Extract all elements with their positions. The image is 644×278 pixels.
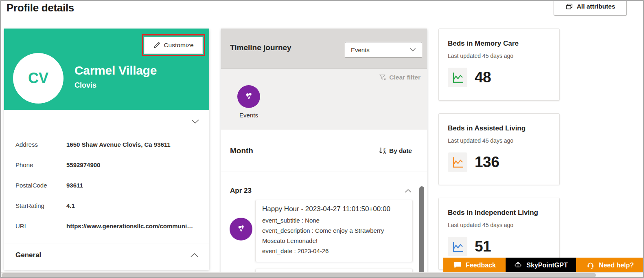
avatar-initials: CV bbox=[28, 70, 48, 87]
page-title: Profile details bbox=[7, 2, 74, 14]
all-attributes-button[interactable]: All attributes bbox=[554, 0, 627, 15]
timeline-header: Timeline journey Events bbox=[221, 29, 427, 68]
avatar: CV bbox=[13, 53, 64, 104]
need-help-button[interactable]: Need help? bbox=[576, 258, 644, 273]
line-chart-icon bbox=[448, 152, 467, 172]
field-row-address: Address 1650 Shaw Avenue Clovis, Ca 9361… bbox=[15, 141, 198, 148]
timeline-journey-card: Timeline journey Events Clear filter bbox=[221, 29, 427, 278]
event-subtitle: event_subtitle : None bbox=[262, 215, 406, 225]
kpi-updated: Last updated 45 days ago bbox=[448, 222, 550, 228]
event-description: event_description : Come enjoy a Strawbe… bbox=[262, 225, 406, 246]
profile-field-list: Address 1650 Shaw Avenue Clovis, Ca 9361… bbox=[4, 110, 209, 229]
layers-icon bbox=[565, 3, 573, 11]
profile-card: Customize CV Carmel Village Clovis Addre… bbox=[4, 29, 209, 270]
field-value: 4.1 bbox=[66, 202, 75, 209]
timeline-type-value: Events bbox=[351, 46, 370, 53]
field-label: URL bbox=[15, 223, 66, 229]
field-value: 93611 bbox=[66, 182, 83, 189]
timeline-group-row: Month Z A By date bbox=[221, 130, 427, 172]
field-label: Address bbox=[15, 141, 66, 148]
field-row-phone: Phone 5592974900 bbox=[15, 161, 198, 168]
profile-city: Clovis bbox=[74, 81, 157, 90]
field-label: StarRating bbox=[15, 202, 66, 209]
clear-filter-button[interactable]: Clear filter bbox=[379, 74, 421, 81]
kpi-title: Beds in Independent Living bbox=[448, 209, 550, 217]
field-row-postalcode: PostalCode 93611 bbox=[15, 182, 198, 189]
event-title: Happy Hour - 2023-04-27 11:01:50+00:00 bbox=[262, 205, 406, 213]
clear-filter-label: Clear filter bbox=[389, 74, 421, 81]
group-label: Apr 23 bbox=[230, 187, 252, 195]
chevron-up-icon[interactable] bbox=[190, 253, 199, 258]
pencil-icon bbox=[153, 42, 160, 49]
kpi-title: Beds in Assisted Living bbox=[448, 124, 550, 132]
kpi-title: Beds in Memory Care bbox=[448, 40, 550, 48]
skypointgpt-button[interactable]: SkyPointGPT bbox=[506, 258, 576, 273]
kpi-value-row: 136 bbox=[448, 152, 550, 172]
timeline-filter-band: Clear filter Events bbox=[221, 68, 427, 130]
section-general-label: General bbox=[15, 251, 41, 259]
section-general[interactable]: General bbox=[4, 243, 209, 267]
chevron-up-icon[interactable] bbox=[404, 189, 412, 193]
line-chart-icon bbox=[448, 68, 467, 87]
need-help-label: Need help? bbox=[599, 262, 634, 269]
event-date: event_date : 2023-04-26 bbox=[262, 246, 406, 256]
balloons-icon bbox=[244, 92, 254, 101]
kpi-value: 48 bbox=[475, 69, 491, 86]
robot-icon bbox=[514, 261, 522, 269]
details-collapse-chevron[interactable] bbox=[191, 119, 199, 124]
customize-button[interactable]: Customize bbox=[144, 37, 203, 54]
profile-card-header: Customize CV Carmel Village Clovis bbox=[4, 29, 209, 110]
filter-clear-icon bbox=[379, 74, 386, 81]
horizontal-scrollbar-track bbox=[1, 272, 643, 277]
kpi-value: 51 bbox=[475, 238, 491, 255]
sort-label: By date bbox=[389, 147, 412, 154]
chevron-down-icon bbox=[410, 48, 416, 52]
profile-names: Carmel Village Clovis bbox=[74, 64, 157, 90]
feedback-button[interactable]: Feedback bbox=[443, 258, 506, 273]
customize-highlight-annotation: Customize bbox=[142, 34, 205, 56]
profile-name: Carmel Village bbox=[74, 64, 157, 77]
profile-details-page: Profile details All attributes C bbox=[0, 0, 644, 278]
kpi-updated: Last updated 45 days ago bbox=[448, 53, 550, 59]
balloons-icon bbox=[236, 224, 246, 234]
event-card[interactable]: Happy Hour - 2023-04-27 11:01:50+00:00 e… bbox=[255, 200, 413, 262]
field-value: 1650 Shaw Avenue Clovis, Ca 93611 bbox=[66, 141, 171, 148]
timeline-event-row: Happy Hour - 2023-04-27 11:01:50+00:00 e… bbox=[221, 200, 427, 262]
skypointgpt-label: SkyPointGPT bbox=[526, 262, 567, 269]
kpi-updated: Last updated 45 days ago bbox=[448, 137, 550, 144]
headset-icon bbox=[586, 261, 595, 269]
field-value-url: https://www.generationsllc.com/communi… bbox=[66, 223, 193, 229]
kpi-value-row: 48 bbox=[448, 68, 550, 87]
kpi-card-memory-care: Beds in Memory Care Last updated 45 days… bbox=[438, 29, 560, 101]
field-label: PostalCode bbox=[15, 182, 66, 189]
field-value: 5592974900 bbox=[66, 161, 100, 168]
timeline-vertical-scrollbar[interactable] bbox=[419, 186, 424, 278]
group-by-label: Month bbox=[230, 146, 253, 155]
all-attributes-label: All attributes bbox=[577, 3, 616, 10]
field-row-url: URL https://www.generationsllc.com/commu… bbox=[15, 223, 198, 229]
field-row-starrating: StarRating 4.1 bbox=[15, 202, 198, 209]
timeline-title: Timeline journey bbox=[230, 43, 291, 52]
timeline-legend-events[interactable]: Events bbox=[233, 85, 264, 119]
events-circle bbox=[237, 85, 260, 108]
legend-label: Events bbox=[239, 112, 258, 119]
event-type-circle bbox=[230, 218, 252, 240]
line-chart-icon bbox=[448, 237, 467, 256]
timeline-group-header: Apr 23 bbox=[221, 172, 427, 195]
sort-by-date-button[interactable]: Z A By date bbox=[379, 147, 412, 154]
customize-label: Customize bbox=[164, 42, 193, 49]
timeline-type-dropdown[interactable]: Events bbox=[345, 42, 422, 57]
kpi-card-assisted-living: Beds in Assisted Living Last updated 45 … bbox=[438, 113, 560, 185]
sort-descending-icon: Z A bbox=[379, 147, 386, 154]
feedback-label: Feedback bbox=[466, 262, 496, 269]
field-label: Phone bbox=[15, 161, 66, 168]
speech-bubble-icon bbox=[453, 261, 462, 269]
horizontal-scrollbar-thumb[interactable] bbox=[2, 273, 596, 277]
kpi-value-row: 51 bbox=[448, 237, 550, 256]
kpi-value: 136 bbox=[475, 154, 499, 171]
